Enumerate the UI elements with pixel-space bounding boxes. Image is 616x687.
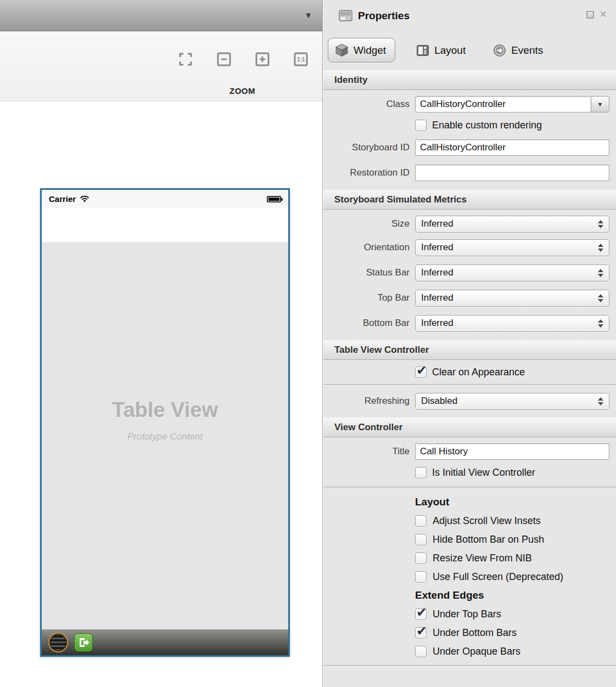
size-label: Size	[323, 218, 410, 229]
chevron-down-icon[interactable]: ▼	[304, 10, 312, 20]
design-canvas[interactable]: Carrier Table View Prototype Conte	[0, 102, 322, 686]
bottom-bar-popup[interactable]: Inferred	[415, 315, 609, 332]
status-bar-popup-value: Inferred	[421, 267, 453, 278]
section-identity: Identity	[323, 70, 616, 90]
canvas-top-toolbar: ▼	[0, 0, 322, 31]
hide-bottom-bar-on-push-label: Hide Bottom Bar on Push	[433, 534, 544, 545]
restoration-id-row: Restoration ID	[323, 160, 616, 185]
hide-bottom-bar-on-push-row: Hide Bottom Bar on Push	[415, 530, 609, 549]
class-label: Class	[323, 99, 410, 110]
table-view[interactable]: Table View Prototype Content	[42, 242, 288, 629]
under-opaque-bars-label: Under Opaque Bars	[433, 646, 520, 657]
layout-subheader: Layout	[415, 493, 609, 511]
refreshing-label: Refreshing	[323, 396, 410, 407]
events-arrow-icon	[493, 44, 506, 57]
storyboard-id-input[interactable]	[415, 139, 609, 156]
tab-layout[interactable]: Layout	[410, 39, 472, 62]
zoom-fit-icon[interactable]	[178, 52, 193, 66]
tab-widget-label: Widget	[354, 44, 386, 57]
battery-icon	[267, 196, 281, 202]
is-initial-view-controller-checkbox[interactable]	[415, 467, 427, 478]
clear-on-appearance-row: Clear on Appearance	[323, 360, 616, 384]
panel-title: Properties	[358, 10, 410, 22]
properties-panel-icon	[339, 10, 352, 21]
title-label: Title	[323, 446, 410, 457]
top-bar-row: Top Bar Inferred	[323, 285, 616, 311]
size-row: Size Inferred	[323, 210, 616, 235]
under-opaque-bars-row: Under Opaque Bars	[415, 642, 609, 661]
enable-custom-rendering-checkbox[interactable]	[415, 120, 427, 131]
size-popup[interactable]: Inferred	[415, 216, 609, 233]
widget-cube-icon	[335, 43, 349, 57]
under-opaque-bars-checkbox[interactable]	[415, 646, 427, 657]
carrier-label: Carrier	[49, 194, 76, 204]
class-combobox: ▼	[415, 96, 609, 112]
adjust-scroll-view-insets-checkbox[interactable]	[415, 515, 427, 527]
adjust-scroll-view-insets-row: Adjust Scroll View Insets	[415, 511, 609, 530]
use-full-screen-row: Use Full Screen (Deprecated)	[415, 567, 609, 586]
navigation-bar-area	[42, 208, 288, 242]
section-table-view-controller: Table View Controller	[323, 340, 616, 360]
properties-panel-header: Properties ✕	[323, 0, 616, 31]
stepper-icon	[598, 397, 603, 406]
section-storyboard-simulated-metrics: Storyboard Simulated Metrics	[323, 190, 616, 210]
float-window-icon[interactable]	[586, 11, 594, 19]
under-top-bars-label: Under Top Bars	[433, 609, 501, 620]
resize-view-from-nib-checkbox[interactable]	[415, 553, 427, 564]
resize-view-from-nib-row: Resize View From NIB	[415, 549, 609, 567]
tab-widget[interactable]: Widget	[328, 38, 395, 63]
layout-panels-icon	[416, 44, 429, 57]
stepper-icon	[598, 220, 603, 228]
bottom-bar-row: Bottom Bar Inferred	[323, 311, 616, 336]
orientation-popup-value: Inferred	[421, 242, 453, 253]
orientation-popup[interactable]: Inferred	[415, 239, 609, 256]
section-view-controller: View Controller	[323, 418, 616, 437]
simulated-status-bar: Carrier	[42, 190, 288, 208]
storyboard-id-label: Storyboard ID	[323, 142, 410, 153]
properties-panel: Properties ✕ Widget	[323, 0, 616, 687]
app-window: ▼	[0, 0, 616, 687]
view-controller-scene[interactable]: Carrier Table View Prototype Conte	[40, 188, 290, 657]
tab-layout-label: Layout	[434, 44, 466, 57]
refreshing-row: Refreshing Disabled	[323, 385, 616, 418]
hide-bottom-bar-on-push-checkbox[interactable]	[415, 534, 427, 545]
zoom-actual-size-icon[interactable]: 1:1	[294, 52, 308, 66]
clear-on-appearance-label: Clear on Appearance	[432, 367, 525, 378]
under-top-bars-checkbox[interactable]	[415, 609, 427, 620]
restoration-id-label: Restoration ID	[323, 167, 410, 178]
top-bar-popup[interactable]: Inferred	[415, 290, 609, 307]
is-initial-view-controller-label: Is Initial View Controller	[432, 467, 535, 478]
zoom-caption: ZOOM	[229, 86, 255, 95]
zoom-out-icon[interactable]	[217, 52, 231, 66]
orientation-label: Orientation	[323, 242, 410, 253]
clear-on-appearance-checkbox[interactable]	[415, 367, 427, 378]
under-bottom-bars-checkbox[interactable]	[415, 627, 427, 639]
status-bar-popup[interactable]: Inferred	[415, 264, 609, 281]
exit-segue-icon[interactable]	[74, 633, 93, 652]
under-bottom-bars-row: Under Bottom Bars	[415, 623, 609, 642]
svg-text:1:1: 1:1	[297, 57, 305, 63]
adjust-scroll-view-insets-label: Adjust Scroll View Insets	[433, 515, 541, 527]
class-dropdown-button[interactable]: ▼	[591, 96, 609, 112]
scene-dock	[42, 629, 288, 655]
tab-events[interactable]: Events	[486, 39, 550, 62]
close-icon[interactable]: ✕	[600, 11, 607, 19]
wifi-icon	[80, 195, 89, 202]
storyboard-id-row: Storyboard ID	[323, 135, 616, 160]
enable-custom-rendering-label: Enable custom rendering	[432, 120, 542, 131]
use-full-screen-checkbox[interactable]	[415, 571, 427, 583]
class-row: Class ▼	[323, 90, 616, 115]
stepper-icon	[598, 269, 603, 277]
bottom-bar-label: Bottom Bar	[323, 318, 410, 329]
class-input[interactable]	[415, 96, 591, 112]
title-input[interactable]	[415, 443, 609, 460]
view-controller-icon[interactable]	[48, 633, 68, 652]
stepper-icon	[598, 319, 603, 328]
zoom-controls: 1:1	[178, 52, 308, 66]
zoom-in-icon[interactable]	[255, 52, 270, 66]
stepper-icon	[598, 294, 603, 302]
refreshing-popup-value: Disabled	[421, 396, 457, 407]
refreshing-popup[interactable]: Disabled	[415, 393, 609, 410]
top-bar-label: Top Bar	[323, 292, 410, 303]
restoration-id-input[interactable]	[415, 165, 609, 181]
